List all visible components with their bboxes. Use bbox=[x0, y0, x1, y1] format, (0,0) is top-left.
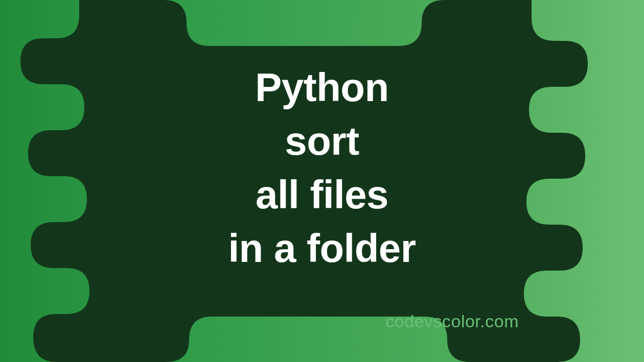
credit-text: codevscolor.com bbox=[385, 311, 519, 331]
promo-banner: Python sort all files in a folder codevs… bbox=[0, 0, 644, 362]
banner-title: Python sort all files in a folder bbox=[228, 61, 416, 276]
